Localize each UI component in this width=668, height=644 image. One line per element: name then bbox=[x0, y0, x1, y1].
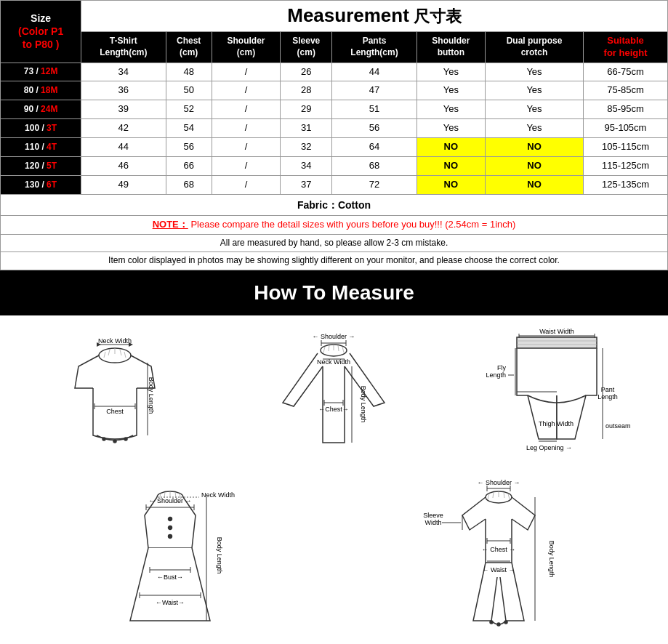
svg-text:← Chest →: ← Chest → bbox=[481, 546, 515, 553]
svg-point-82 bbox=[497, 623, 500, 626]
svg-text:Pant: Pant bbox=[601, 386, 615, 393]
svg-text:Body Length: Body Length bbox=[548, 541, 555, 578]
crotch-cell: NO bbox=[485, 138, 583, 157]
crotch-cell: NO bbox=[485, 175, 583, 194]
longsleeve-svg: ← Shoulder → Neck Width ←Chest→ Body Len… bbox=[254, 323, 414, 468]
data-cell: 36 bbox=[81, 81, 166, 100]
data-cell: / bbox=[212, 157, 280, 176]
data-cell: / bbox=[212, 119, 280, 138]
data-cell: 56 bbox=[332, 119, 417, 138]
diagram-romper: ← Shoulder → Sleeve Width ← Chest → ← Wa… bbox=[336, 475, 661, 635]
note-row: NOTE： Please compare the detail sizes wi… bbox=[1, 216, 668, 235]
svg-text:Fly: Fly bbox=[497, 364, 506, 371]
crotch-cell: NO bbox=[485, 157, 583, 176]
data-cell: / bbox=[212, 81, 280, 100]
shoulder-button-cell: Yes bbox=[417, 119, 485, 138]
crotch-cell: Yes bbox=[485, 119, 583, 138]
table-row: 110 / 4T4456/3264NONO105-115cm bbox=[1, 138, 668, 157]
tshirt-length-header: T-ShirtLength(cm) bbox=[81, 31, 166, 63]
diagram-longsleeve: ← Shoulder → Neck Width ←Chest→ Body Len… bbox=[226, 323, 441, 468]
bodysuit-svg: Neck Width Body Length Chest bbox=[35, 323, 195, 468]
data-cell: / bbox=[212, 138, 280, 157]
height-cell: 95-105cm bbox=[584, 119, 668, 138]
diagram-bodysuit: Neck Width Body Length Chest bbox=[7, 323, 222, 468]
size-cell: 120 / 5T bbox=[1, 157, 81, 176]
diagram-pants: Waist Width Fly Length Pant Length Thigh… bbox=[446, 323, 661, 468]
shoulder-button-cell: Yes bbox=[417, 100, 485, 119]
svg-point-63 bbox=[168, 535, 172, 539]
svg-text:←Waist→: ←Waist→ bbox=[155, 599, 184, 606]
data-cell: 52 bbox=[166, 100, 212, 119]
data-cell: 72 bbox=[332, 175, 417, 194]
shoulder-button-cell: Yes bbox=[417, 81, 485, 100]
size-cell: 90 / 24M bbox=[1, 100, 81, 119]
shoulder-button-header: Shoulderbutton bbox=[417, 31, 485, 63]
data-cell: / bbox=[212, 175, 280, 194]
svg-text:Width: Width bbox=[424, 519, 441, 526]
size-color-header: Size (Color P1 to P80 ) bbox=[1, 1, 81, 63]
data-cell: 32 bbox=[281, 138, 332, 157]
crotch-cell: Yes bbox=[485, 81, 583, 100]
data-cell: 28 bbox=[281, 81, 332, 100]
svg-text:Length: Length bbox=[597, 393, 618, 401]
svg-text:outseam: outseam bbox=[605, 422, 631, 430]
pants-length-header: PantsLength(cm) bbox=[332, 31, 417, 63]
size-cell: 110 / 4T bbox=[1, 138, 81, 157]
svg-text:Body Length: Body Length bbox=[216, 537, 223, 574]
data-cell: 39 bbox=[81, 100, 166, 119]
data-cell: 51 bbox=[332, 100, 417, 119]
data-cell: 50 bbox=[166, 81, 212, 100]
svg-text:← Shoulder →: ← Shoulder → bbox=[477, 479, 520, 486]
data-cell: 64 bbox=[332, 138, 417, 157]
data-cell: 26 bbox=[281, 63, 332, 81]
shoulder-button-cell: NO bbox=[417, 157, 485, 176]
diagrams-section: Neck Width Body Length Chest bbox=[0, 315, 668, 643]
data-cell: 44 bbox=[332, 63, 417, 81]
height-cell: 125-135cm bbox=[584, 175, 668, 194]
data-cell: 49 bbox=[81, 175, 166, 194]
suitable-height-header: Suitablefor height bbox=[584, 31, 668, 63]
data-cell: 34 bbox=[281, 157, 332, 176]
shoulder-button-cell: NO bbox=[417, 138, 485, 157]
svg-text:Sleeve: Sleeve bbox=[423, 512, 443, 519]
svg-text:← Waist →: ← Waist → bbox=[482, 566, 515, 573]
height-cell: 66-75cm bbox=[584, 63, 668, 81]
data-cell: 68 bbox=[166, 175, 212, 194]
svg-text:Thigh Width: Thigh Width bbox=[539, 420, 574, 427]
height-cell: 85-95cm bbox=[584, 100, 668, 119]
data-cell: 29 bbox=[281, 100, 332, 119]
svg-point-83 bbox=[504, 621, 507, 624]
table-row: 130 / 6T4968/3772NONO125-135cm bbox=[1, 175, 668, 194]
shoulder-button-cell: Yes bbox=[417, 63, 485, 81]
svg-point-3 bbox=[124, 438, 127, 440]
svg-point-62 bbox=[168, 526, 172, 530]
data-cell: 46 bbox=[81, 157, 166, 176]
height-cell: 75-85cm bbox=[584, 81, 668, 100]
table-row: 90 / 24M3952/2951YesYes85-95cm bbox=[1, 100, 668, 119]
pants-svg: Waist Width Fly Length Pant Length Thigh… bbox=[473, 323, 633, 468]
svg-text:Chest: Chest bbox=[106, 408, 124, 415]
diagrams-row-2: ← Shoulder → Neck Width ←Bust→ ←Waist→ B… bbox=[7, 475, 661, 635]
svg-point-2 bbox=[113, 440, 116, 443]
disclaimer-row: All are measured by hand, so please allo… bbox=[1, 234, 668, 252]
svg-text:Neck Width: Neck Width bbox=[317, 358, 350, 366]
svg-text:Leg Opening →: Leg Opening → bbox=[526, 444, 572, 451]
data-cell: 34 bbox=[81, 63, 166, 81]
svg-text:Waist Width: Waist Width bbox=[539, 328, 574, 335]
svg-text:←Chest→: ←Chest→ bbox=[319, 406, 350, 413]
data-cell: 54 bbox=[166, 119, 212, 138]
chest-header: Chest(cm) bbox=[166, 31, 212, 63]
data-cell: 37 bbox=[281, 175, 332, 194]
diagram-dress: ← Shoulder → Neck Width ←Bust→ ←Waist→ B… bbox=[7, 475, 332, 635]
size-cell: 100 / 3T bbox=[1, 119, 81, 138]
how-to-measure-header: How To Measure bbox=[0, 270, 668, 315]
height-cell: 115-125cm bbox=[584, 157, 668, 176]
shoulder-header: Shoulder(cm) bbox=[212, 31, 280, 63]
size-cell: 80 / 18M bbox=[1, 81, 81, 100]
data-cell: 68 bbox=[332, 157, 417, 176]
svg-rect-36 bbox=[517, 337, 597, 348]
svg-text:Body Length: Body Length bbox=[148, 377, 155, 414]
color-note-row: Item color displayed in photos may be sh… bbox=[1, 252, 668, 270]
height-cell: 105-115cm bbox=[584, 138, 668, 157]
size-cell: 73 / 12M bbox=[1, 63, 81, 81]
